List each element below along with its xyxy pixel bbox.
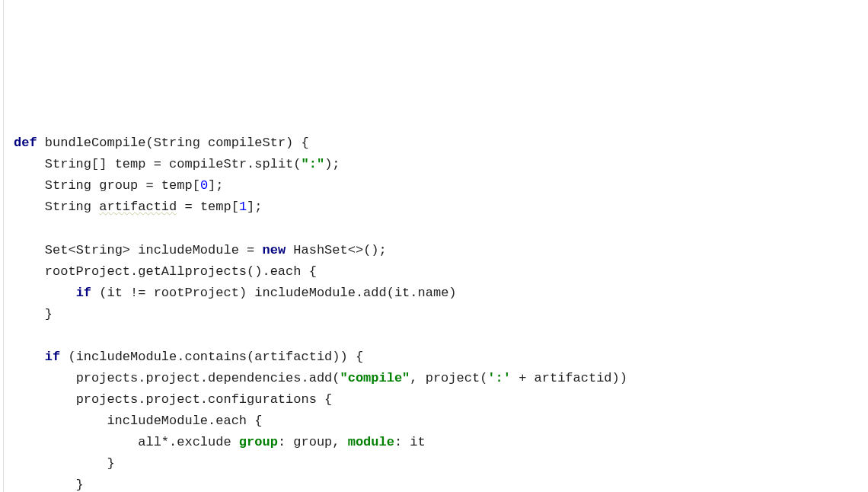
l6-var: includeModule [138,243,239,257]
l6-type-inner: String [76,243,123,257]
l6-ctor: HashSet<> [293,243,363,257]
string-literal: ':' [487,371,511,385]
l3-rhs: temp [161,178,193,193]
l7-obj: rootProject [45,264,130,279]
keyword-def: def [14,136,37,150]
l14-obj: includeModule [107,414,208,428]
l2-method: split [254,157,293,171]
l4-var: artifactid [99,200,177,214]
l8-rhs: rootProject [154,286,239,300]
string-literal: ":" [302,157,325,171]
l12-a2a: project( [426,371,488,385]
l8-lhs: it [107,286,122,300]
l4-type: String [45,200,91,214]
code-block: def bundleCompile(String compileStr) { S… [14,133,865,492]
keyword-if: if [45,350,60,364]
l8-obj: includeModule [254,286,356,300]
l7-m2: each [270,264,302,279]
l2-var: temp [115,157,146,171]
l13-chain: projects.project.configurations [76,392,317,407]
l11-cond: includeModule.contains(artifactid) [76,350,340,364]
l12-chain: projects.project.dependencies.add [76,371,333,385]
l4-rhs: temp [200,200,231,214]
string-literal: "compile" [340,371,410,385]
l3-type: String [45,178,91,193]
map-key-module: module [348,435,394,449]
l2-obj: compileStr [169,157,247,171]
l14-m: each [215,414,247,428]
function-name: bundleCompile [45,136,146,150]
l8-m: add [363,286,387,300]
l3-var: group [99,178,138,193]
number-literal: 0 [200,178,208,193]
keyword-if: if [76,286,91,300]
l7-m1: getAllprojects [138,264,247,279]
map-key-group: group [239,435,278,449]
l15-v1: group, [286,435,348,449]
l2-type: String[] [45,157,107,171]
l15-v2: it [402,435,426,449]
l8-arg: it.name [394,286,448,300]
l6-type-outer: Set [45,243,69,257]
param-name: compileStr [208,136,286,150]
keyword-new: new [262,243,286,257]
number-literal: 1 [239,200,247,214]
param-type: String [154,136,200,150]
l15-lhs: all*.exclude [138,435,239,449]
gutter-line [3,0,4,492]
l12-a2c: + artifactid)) [511,371,627,385]
